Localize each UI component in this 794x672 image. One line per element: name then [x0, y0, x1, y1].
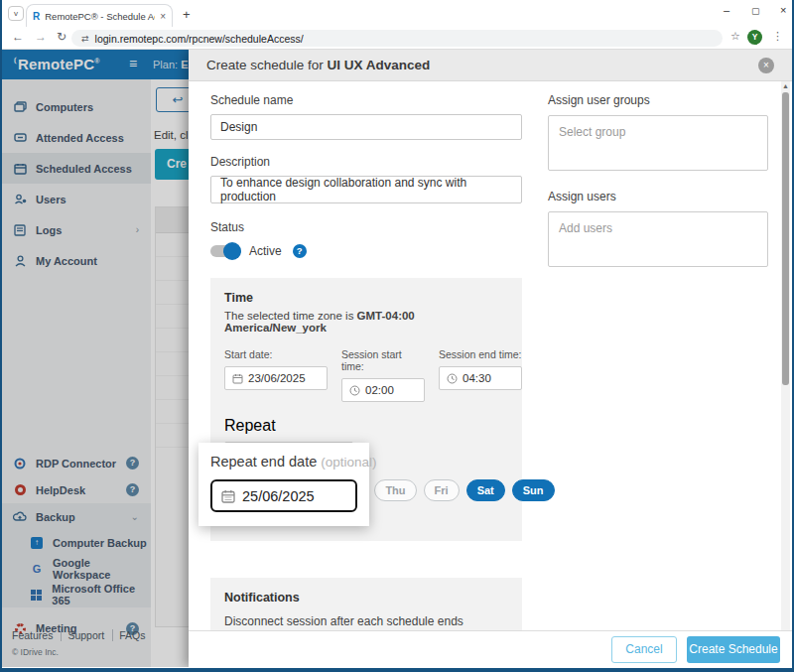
description-input[interactable]: To enhance design collaboration and sync… — [210, 176, 522, 203]
day-fri-pill[interactable]: Fri — [424, 479, 460, 501]
modal-title: Create schedule for UI UX Advanced — [206, 58, 430, 72]
url-bar[interactable]: ⇄ login.remotepc.com/rpcnew/scheduleAcce… — [71, 30, 723, 47]
assign-users-label: Assign users — [548, 190, 768, 203]
tab-close-icon[interactable]: × — [160, 11, 166, 22]
assign-groups-input[interactable]: Select group — [548, 115, 768, 171]
day-sat-pill[interactable]: Sat — [466, 479, 505, 501]
modal-footer: Cancel Create Schedule — [189, 630, 792, 667]
session-start-label: Session start time: — [341, 348, 425, 372]
day-thu-pill[interactable]: Thu — [374, 479, 416, 501]
bookmark-star-icon[interactable]: ☆ — [730, 30, 740, 43]
assign-groups-label: Assign user groups — [548, 93, 768, 107]
timezone-text: The selected time zone is GMT-04:00 Amer… — [224, 310, 508, 334]
new-tab-button[interactable]: + — [183, 7, 191, 22]
modal-header: Create schedule for UI UX Advanced × — [189, 50, 792, 81]
notifications-heading: Notifications — [224, 591, 508, 605]
reload-icon[interactable]: ↻ — [57, 30, 66, 44]
window-maximize-button[interactable]: ▢ — [751, 6, 760, 16]
browser-menu-icon[interactable]: ⋮ — [772, 30, 783, 43]
clock-icon — [349, 385, 360, 396]
profile-avatar[interactable]: Y — [747, 30, 762, 45]
calendar-icon — [232, 373, 243, 384]
day-sun-pill[interactable]: Sun — [512, 479, 555, 501]
cancel-button[interactable]: Cancel — [611, 636, 677, 663]
start-date-label: Start date: — [224, 348, 328, 360]
tab-strip: v R RemotePC® - Schedule Access × + – ▢ … — [2, 0, 792, 28]
clock-icon — [447, 373, 458, 384]
tab-title: RemotePC® - Schedule Access — [45, 11, 155, 22]
session-start-input[interactable]: 02:00 — [341, 378, 425, 402]
session-end-label: Session end time: — [439, 348, 522, 360]
back-nav-icon[interactable]: ← — [12, 30, 24, 44]
create-schedule-modal: Create schedule for UI UX Advanced × Sch… — [189, 50, 792, 667]
status-label: Status — [210, 220, 522, 234]
browser-chrome: v R RemotePC® - Schedule Access × + – ▢ … — [2, 0, 792, 50]
tab-search-button[interactable]: v — [8, 6, 24, 21]
assign-users-input[interactable]: Add users — [548, 211, 768, 267]
session-end-input[interactable]: 04:30 — [439, 366, 522, 390]
schedule-name-input[interactable]: Design — [210, 114, 522, 140]
calendar-icon — [221, 489, 235, 503]
repeat-label: Repeat — [224, 417, 508, 435]
status-value: Active — [249, 244, 282, 258]
remotepc-favicon-icon: R — [33, 11, 40, 22]
time-heading: Time — [224, 291, 508, 305]
status-help-icon[interactable]: ? — [293, 244, 307, 258]
description-label: Description — [210, 155, 522, 169]
site-info-icon[interactable]: ⇄ — [81, 34, 89, 44]
repeat-end-date-input[interactable]: 25/06/2025 — [210, 479, 357, 512]
window-close-button[interactable]: × — [780, 4, 786, 16]
disconnect-text: Disconnect session after each schedule e… — [224, 614, 508, 628]
browser-toolbar: ← → ↻ ⇄ login.remotepc.com/rpcnew/schedu… — [2, 28, 792, 49]
modal-close-icon[interactable]: × — [758, 58, 774, 73]
app-page: ⟮RemotePC® ≡ Plan: Ente Computers Attend… — [2, 50, 792, 667]
status-toggle[interactable] — [210, 245, 238, 257]
scroll-up-icon[interactable]: ▲ — [782, 82, 789, 89]
create-schedule-button[interactable]: Create Schedule — [687, 636, 780, 663]
modal-body: Schedule name Design Description To enha… — [189, 81, 792, 630]
start-date-input[interactable]: 23/06/2025 — [224, 366, 328, 390]
browser-tab[interactable]: R RemotePC® - Schedule Access × — [26, 4, 173, 27]
url-text: login.remotepc.com/rpcnew/scheduleAccess… — [95, 33, 304, 45]
repeat-end-date-title: Repeat end date (optional) — [210, 454, 357, 470]
repeat-end-date-popup: Repeat end date (optional) 25/06/2025 — [198, 443, 369, 526]
notifications-section: Notifications Disconnect session after e… — [210, 578, 522, 630]
scrollbar-thumb[interactable] — [782, 92, 789, 385]
window-minimize-button[interactable]: – — [724, 4, 729, 16]
modal-scrollbar[interactable]: ▲ — [781, 81, 790, 630]
schedule-name-label: Schedule name — [210, 93, 522, 107]
modal-left-column: Schedule name Design Description To enha… — [210, 93, 522, 630]
modal-right-column: Assign user groups Select group Assign u… — [548, 93, 768, 267]
forward-nav-icon[interactable]: → — [35, 30, 47, 44]
